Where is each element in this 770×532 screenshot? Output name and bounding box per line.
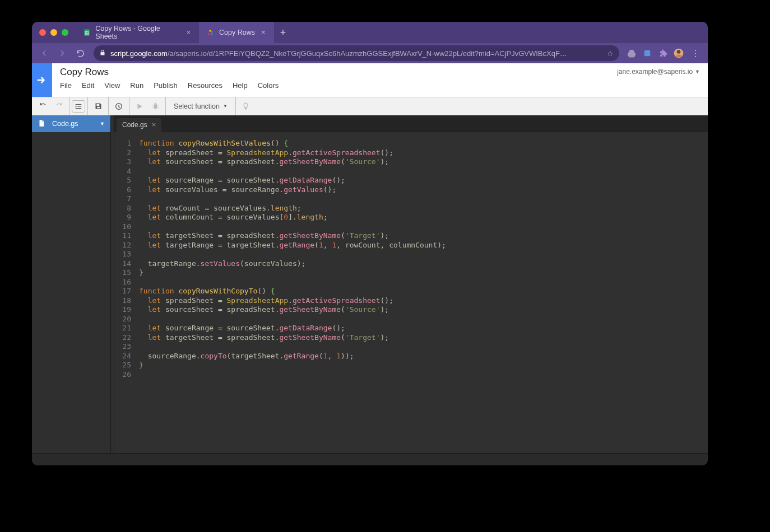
function-selector[interactable]: Select function ▼ [168,97,233,115]
debug-button[interactable] [147,97,163,115]
menu-edit[interactable]: Edit [82,81,94,90]
save-button[interactable] [90,97,106,115]
minimize-window-button[interactable] [50,29,57,36]
dropdown-icon: ▼ [223,104,228,109]
close-window-button[interactable] [39,29,46,36]
svg-point-16 [154,104,157,109]
tab-strip: Copy Rows - Google Sheets × Copy Rows × … [76,22,292,43]
content: Code.gs ▼ Code.gs × 12345678910111213141… [32,115,708,453]
chrome-menu-button[interactable]: ⋮ [688,45,703,61]
app-menu: File Edit View Run Publish Resources Hel… [60,78,279,90]
close-icon[interactable]: × [152,120,156,129]
tab-label: Copy Rows [219,29,255,36]
menu-run[interactable]: Run [130,81,143,90]
extensions-puzzle-icon[interactable] [656,46,670,60]
svg-point-6 [209,30,211,32]
app-icon[interactable] [32,63,52,97]
account-info[interactable]: jane.example@saperis.io ▼ [609,63,708,80]
titlebar: Copy Rows - Google Sheets × Copy Rows × … [32,22,708,43]
menu-colors[interactable]: Colors [258,81,279,90]
file-name: Code.gs [52,120,78,128]
menu-help[interactable]: Help [233,81,248,90]
profile-avatar[interactable] [672,46,685,60]
url-text: script.google.com/a/saperis.io/d/1RPFEiY… [110,49,602,58]
address-bar[interactable]: script.google.com/a/saperis.io/d/1RPFEiY… [94,45,619,61]
sheets-icon [82,28,91,37]
gutter: 1234567891011121314151617181920212223242… [114,139,137,453]
triggers-button[interactable] [111,97,127,115]
sidebar-resizer[interactable] [110,115,114,453]
dropdown-icon[interactable]: ▼ [100,121,105,127]
editor-tab[interactable]: Code.gs × [117,118,161,132]
menu-publish[interactable]: Publish [154,81,178,90]
lock-icon [99,49,106,58]
menu-file[interactable]: File [60,81,72,90]
app-title: Copy Rows [60,67,279,78]
undo-button[interactable] [35,97,51,115]
file-item[interactable]: Code.gs ▼ [32,115,110,132]
run-button[interactable] [132,97,147,115]
extension-icon[interactable] [641,46,654,60]
svg-marker-8 [628,50,636,58]
redo-button[interactable] [51,97,67,115]
editor: Code.gs × 123456789101112131415161718192… [114,115,708,453]
reload-button[interactable] [72,45,88,61]
file-sidebar: Code.gs ▼ [32,115,110,453]
close-icon[interactable]: × [259,29,267,36]
maximize-window-button[interactable] [62,29,68,36]
tab-sheets[interactable]: Copy Rows - Google Sheets × [76,22,199,43]
forward-button[interactable] [54,45,70,61]
extension-drive-icon[interactable] [625,46,638,60]
svg-rect-9 [644,50,651,57]
svg-point-11 [677,50,681,54]
dropdown-icon: ▼ [695,69,700,74]
app-header: Copy Rows File Edit View Run Publish Res… [32,63,708,97]
lightbulb-button[interactable] [238,97,254,115]
code-lines[interactable]: function copyRowsWithSetValues() { let s… [137,139,708,453]
code-area[interactable]: 1234567891011121314151617181920212223242… [114,132,708,453]
svg-rect-13 [77,106,81,106]
apps-script-icon [206,28,215,37]
tab-label: Copy Rows - Google Sheets [95,25,180,40]
file-icon [38,119,47,129]
menu-view[interactable]: View [104,81,120,90]
back-button[interactable] [36,45,52,61]
svg-rect-12 [76,104,82,104]
indent-button[interactable] [72,100,85,113]
navbar: script.google.com/a/saperis.io/d/1RPFEiY… [32,43,708,63]
editor-tabs: Code.gs × [114,115,708,132]
svg-point-5 [211,33,213,35]
svg-point-7 [211,31,213,33]
traffic-lights [32,29,76,36]
star-icon[interactable]: ☆ [607,49,614,58]
new-tab-button[interactable]: + [274,22,292,43]
status-bar [32,453,708,465]
browser-window: Copy Rows - Google Sheets × Copy Rows × … [32,22,708,465]
menu-resources[interactable]: Resources [188,81,222,90]
toolbar: Select function ▼ [32,97,708,115]
svg-point-4 [207,33,210,35]
tab-apps-script[interactable]: Copy Rows × [199,22,274,43]
close-icon[interactable]: × [185,29,192,36]
svg-rect-14 [76,108,82,108]
